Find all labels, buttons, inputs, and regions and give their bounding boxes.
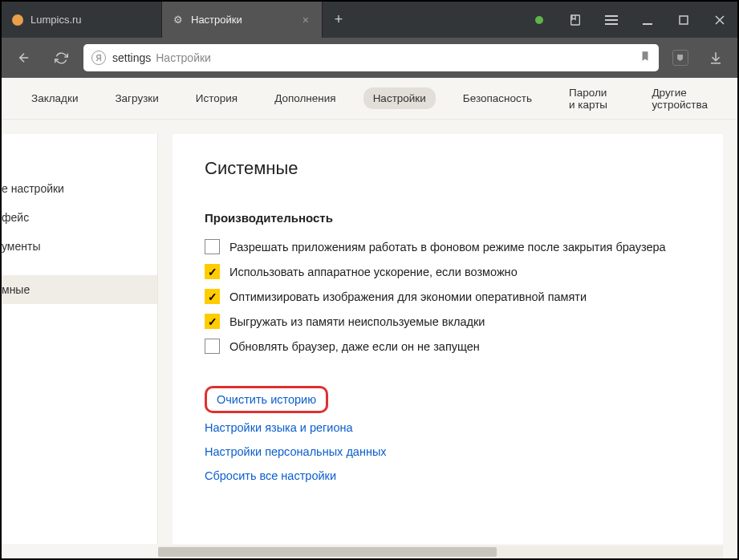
reload-button[interactable]	[47, 43, 75, 72]
menu-settings[interactable]: Настройки	[363, 87, 436, 109]
sidebar-item-system[interactable]: мные	[2, 275, 157, 304]
bookmarks-icon[interactable]	[557, 2, 593, 38]
address-title: Настройки	[156, 51, 211, 64]
check-label: Оптимизировать изображения для экономии …	[229, 290, 587, 303]
maximize-button[interactable]	[665, 2, 701, 38]
checkbox-icon[interactable]	[205, 239, 220, 254]
downloads-icon[interactable]	[702, 44, 729, 71]
horizontal-scrollbar[interactable]	[158, 546, 723, 558]
minimize-button[interactable]	[629, 2, 665, 38]
back-button[interactable]	[10, 43, 39, 72]
link-language-region[interactable]: Настройки языка и региона	[205, 421, 353, 434]
gear-icon: ⚙	[172, 14, 185, 26]
menu-downloads[interactable]: Загрузки	[105, 87, 168, 109]
link-reset-settings[interactable]: Сбросить все настройки	[205, 469, 336, 482]
settings-main: Системные Производительность Разрешать п…	[173, 134, 723, 544]
menu-bookmarks[interactable]: Закладки	[22, 87, 87, 109]
tab-settings[interactable]: ⚙ Настройки ×	[162, 2, 323, 38]
sidebar-item-interface[interactable]: фейс	[2, 203, 157, 232]
check-background-apps[interactable]: Разрешать приложениям работать в фоновом…	[205, 239, 691, 254]
checkbox-icon[interactable]: ✓	[205, 314, 220, 329]
extension-indicator[interactable]	[521, 2, 557, 38]
svg-rect-3	[605, 23, 618, 25]
settings-sidebar: е настройки фейс ументы мные	[2, 134, 158, 544]
close-button[interactable]	[701, 2, 737, 38]
titlebar: Lumpics.ru ⚙ Настройки × +	[2, 2, 737, 38]
tab-label: Lumpics.ru	[30, 14, 82, 26]
check-optimize-images[interactable]: ✓ Оптимизировать изображения для экономи…	[205, 289, 691, 304]
menu-addons[interactable]: Дополнения	[265, 87, 345, 109]
checkbox-icon[interactable]: ✓	[205, 289, 220, 304]
check-update-browser[interactable]: Обновлять браузер, даже если он не запущ…	[205, 339, 691, 354]
check-label: Использовать аппаратное ускорение, если …	[229, 266, 518, 278]
highlighted-link: Очистить историю	[205, 386, 328, 413]
link-personal-data[interactable]: Настройки персональных данных	[205, 445, 387, 458]
new-tab-button[interactable]: +	[323, 2, 355, 38]
bookmark-icon[interactable]	[640, 49, 651, 67]
svg-rect-1	[605, 15, 618, 17]
svg-rect-2	[605, 19, 618, 21]
section-title: Системные	[205, 158, 691, 179]
scrollbar-thumb[interactable]	[158, 547, 497, 557]
subsection-title: Производительность	[205, 211, 691, 225]
sidebar-item-general[interactable]: е настройки	[2, 174, 157, 203]
ublock-icon[interactable]: ⛊	[667, 44, 694, 71]
menu-icon[interactable]	[593, 2, 629, 38]
content-area: е настройки фейс ументы мные Системные П…	[2, 120, 737, 558]
site-identity-icon: Я	[91, 51, 106, 65]
address-bar[interactable]: Я settings Настройки	[83, 44, 659, 71]
browser-toolbar: Я settings Настройки ⛊	[2, 38, 737, 78]
link-clear-history[interactable]: Очистить историю	[217, 393, 316, 406]
check-hardware-accel[interactable]: ✓ Использовать аппаратное ускорение, есл…	[205, 264, 691, 279]
tab-label: Настройки	[191, 14, 242, 26]
tab-lumpics[interactable]: Lumpics.ru	[2, 2, 162, 38]
address-host: settings	[112, 51, 151, 64]
check-label: Выгружать из памяти неиспользуемые вклад…	[229, 315, 485, 328]
settings-menubar: Закладки Загрузки История Дополнения Нас…	[2, 78, 737, 120]
check-label: Разрешать приложениям работать в фоновом…	[229, 241, 666, 254]
site-icon	[11, 14, 24, 26]
menu-passwords[interactable]: Пароли и карты	[559, 82, 625, 116]
check-label: Обновлять браузер, даже если он не запущ…	[229, 340, 480, 353]
checkbox-icon[interactable]: ✓	[205, 264, 220, 279]
action-links: Очистить историю Настройки языка и регио…	[205, 386, 691, 482]
window-controls	[521, 2, 737, 38]
svg-rect-5	[680, 16, 688, 24]
menu-devices[interactable]: Другие устройства	[642, 82, 717, 116]
close-icon[interactable]: ×	[299, 14, 312, 26]
menu-security[interactable]: Безопасность	[453, 87, 542, 109]
checkbox-icon[interactable]	[205, 339, 220, 354]
svg-rect-4	[643, 23, 652, 25]
sidebar-item-tools[interactable]: ументы	[2, 232, 157, 261]
check-unload-tabs[interactable]: ✓ Выгружать из памяти неиспользуемые вкл…	[205, 314, 691, 329]
menu-history[interactable]: История	[186, 87, 247, 109]
